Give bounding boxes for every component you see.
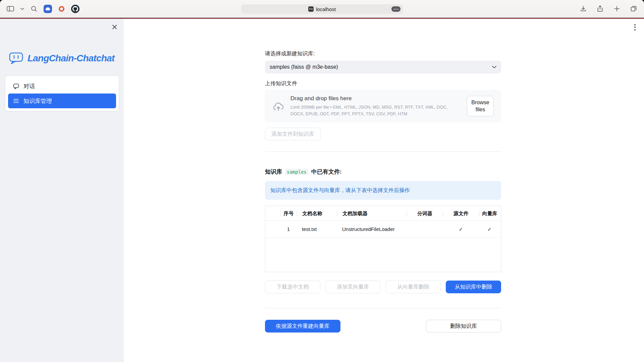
cell-doc-name: test.txt	[297, 226, 337, 232]
logo-chat-icon	[9, 51, 24, 65]
knowledge-base-icon	[13, 98, 19, 104]
tab-options-icon[interactable]	[391, 6, 400, 12]
add-to-vector-store-button[interactable]: 添加至向量库	[325, 281, 381, 293]
cell-vector-check: ✓	[479, 226, 500, 232]
divider	[265, 308, 501, 308]
browse-files-button[interactable]: Browse files	[467, 96, 494, 117]
sidebar-item-label: 对话	[23, 82, 35, 90]
uploader-texts: Drag and drop files here Limit 200MB per…	[290, 95, 461, 117]
sidebar: LangChain-Chatchat 对话 知识库管理	[0, 19, 124, 362]
info-alert: 知识库中包含源文件与向量库，请从下表中选择文件后操作	[265, 181, 501, 200]
rebuild-vector-store-button[interactable]: 依据源文件重建向量库	[265, 320, 340, 333]
kb-name-code: samples	[285, 169, 308, 175]
header-splitter[interactable]: 分词器	[407, 210, 443, 217]
kb-select-value: samples (faiss @ m3e-base)	[270, 64, 338, 70]
kb-select-label: 请选择或新建知识库:	[265, 50, 501, 57]
kb-files-heading: 知识库 samples 中已有文件:	[265, 168, 501, 176]
header-doc-loader[interactable]: 文档加载器	[337, 210, 407, 217]
browser-toolbar: localhost	[0, 0, 644, 18]
files-table-header: 序号 文档名称 文档加载器 分词器 源文件 向量库	[265, 206, 501, 221]
table-row[interactable]: 1 test.txt UnstructuredFileLoader ✓ ✓	[265, 221, 501, 238]
kb-select[interactable]: samples (faiss @ m3e-base)	[265, 61, 501, 73]
browser-window: localhost	[0, 0, 644, 362]
delete-from-kb-button[interactable]: 从知识库中删除	[446, 281, 501, 293]
content-column: 请选择或新建知识库: samples (faiss @ m3e-base) 上传…	[265, 19, 501, 333]
url-bar[interactable]: localhost	[241, 4, 403, 14]
kb-heading-prefix: 知识库	[265, 168, 282, 176]
app-logo: LangChain-Chatchat	[9, 51, 114, 65]
info-alert-text: 知识库中包含源文件与向量库，请从下表中选择文件后操作	[270, 187, 410, 194]
app-page: LangChain-Chatchat 对话 知识库管理	[0, 19, 644, 362]
header-source-file[interactable]: 源文件	[443, 210, 479, 217]
sidebar-menu: 对话 知识库管理	[5, 76, 119, 111]
sidebar-close-icon[interactable]	[111, 23, 118, 30]
table-action-buttons: 下载选中文档 添加至向量库 从向量库删除 从知识库中删除	[265, 281, 501, 293]
sidebar-item-knowledge-base[interactable]: 知识库管理	[8, 94, 116, 108]
uploader-title: Drag and drop files here	[290, 95, 461, 102]
sidebar-item-chat[interactable]: 对话	[8, 79, 116, 94]
toolbar-right-group	[579, 4, 638, 13]
uploader-limit-text: Limit 200MB per file • EML, HTML, JSON, …	[290, 104, 461, 117]
sidebar-toggle-icon[interactable]	[6, 4, 15, 13]
extension-icon-ring[interactable]	[57, 5, 66, 13]
kb-management-buttons: 依据源文件重建向量库 删除知识库	[265, 320, 501, 333]
sidebar-chevron-icon[interactable]	[20, 4, 24, 13]
cell-source-check: ✓	[443, 226, 479, 232]
chat-bubble-icon	[13, 83, 19, 89]
file-uploader-dropzone[interactable]: Drag and drop files here Limit 200MB per…	[265, 90, 501, 122]
url-text: localhost	[316, 6, 336, 12]
tab-overview-icon[interactable]	[629, 4, 638, 13]
download-selected-button[interactable]: 下载选中文档	[265, 281, 320, 293]
header-vector-store[interactable]: 向量库	[479, 210, 500, 217]
share-icon[interactable]	[596, 4, 604, 13]
cell-index: 1	[280, 226, 297, 232]
add-files-to-kb-button[interactable]: 添加文件到知识库	[265, 128, 321, 140]
chevron-down-icon	[492, 66, 496, 68]
header-index[interactable]: 序号	[280, 210, 297, 217]
downloads-icon[interactable]	[579, 4, 588, 13]
files-table: 序号 文档名称 文档加载器 分词器 源文件 向量库 1 test.txt Uns…	[265, 206, 501, 272]
sidebar-item-label: 知识库管理	[23, 97, 52, 105]
github-extension-icon[interactable]	[71, 5, 79, 13]
upload-label: 上传知识文件	[265, 80, 501, 87]
divider	[265, 152, 501, 152]
header-select-col	[265, 210, 280, 217]
delete-kb-button[interactable]: 删除知识库	[426, 320, 501, 333]
streamlit-menu-icon[interactable]	[632, 23, 638, 31]
toolbar-left-group	[6, 4, 79, 13]
new-tab-icon[interactable]	[612, 4, 621, 13]
main-area: 请选择或新建知识库: samples (faiss @ m3e-base) 上传…	[124, 19, 644, 362]
search-icon[interactable]	[30, 4, 38, 13]
header-doc-name[interactable]: 文档名称	[297, 210, 337, 217]
site-favicon	[308, 6, 314, 12]
remove-from-vector-store-button[interactable]: 从向量库删除	[386, 281, 441, 293]
cloud-upload-icon	[272, 101, 284, 112]
extension-icon-blue[interactable]	[44, 5, 52, 13]
cell-doc-loader: UnstructuredFileLoader	[337, 226, 407, 232]
logo-text: LangChain-Chatchat	[28, 53, 114, 64]
kb-heading-suffix: 中已有文件:	[311, 168, 342, 176]
